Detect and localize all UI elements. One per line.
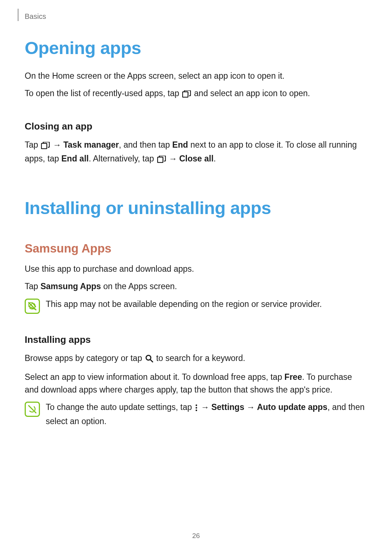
note-text: To change the auto update settings, tap … [46, 401, 367, 427]
note-icon [25, 299, 40, 314]
text-segment: . [213, 154, 216, 163]
label-free: Free [285, 372, 302, 382]
search-icon [145, 353, 153, 366]
section-label: Basics [25, 11, 46, 22]
label-end: End [172, 140, 188, 149]
text-segment: To open the list of recently-used apps, … [25, 89, 181, 98]
label-task-manager: Task manager [63, 140, 119, 149]
label-auto-update-apps: Auto update apps [257, 402, 327, 412]
text-segment: . Alternatively, tap [89, 154, 156, 163]
paragraph-closing: Tap →Task manager, and then tap End next… [25, 139, 367, 167]
svg-rect-1 [41, 143, 47, 149]
arrow-icon: → [201, 402, 209, 412]
heading-opening-apps: Opening apps [25, 35, 367, 62]
paragraph-opening-1: On the Home screen or the Apps screen, s… [25, 70, 367, 82]
label-settings: Settings [211, 402, 244, 412]
text-segment: to search for a keyword. [154, 353, 245, 363]
arrow-icon: → [53, 140, 61, 149]
header-divider [17, 9, 19, 21]
paragraph-samsung-1: Use this app to purchase and download ap… [25, 263, 367, 275]
paragraph-opening-2: To open the list of recently-used apps, … [25, 87, 367, 101]
text-segment: Browse apps by category or tap [25, 353, 144, 363]
page-content: Opening apps On the Home screen or the A… [25, 35, 367, 433]
page-number: 26 [0, 531, 392, 541]
paragraph-samsung-2: Tap Samsung Apps on the Apps screen. [25, 280, 367, 293]
svg-rect-0 [183, 92, 188, 97]
label-end-all: End all [61, 154, 89, 163]
note-text: This app may not be available depending … [46, 298, 367, 311]
note-block: This app may not be available depending … [25, 298, 367, 314]
heading-installing-uninstalling: Installing or uninstalling apps [25, 195, 367, 222]
text-segment: Tap [25, 282, 40, 291]
text-segment: on the Apps screen. [101, 282, 177, 291]
svg-line-4 [150, 360, 153, 362]
note-icon [25, 402, 40, 417]
recent-apps-icon [157, 154, 166, 167]
text-segment: To change the auto update settings, tap [46, 402, 194, 412]
label-close-all: Close all [179, 154, 214, 163]
text-segment: Select an app to view information about … [25, 372, 285, 382]
arrow-icon: → [246, 402, 255, 412]
paragraph-install-2: Select an app to view information about … [25, 371, 367, 396]
heading-samsung-apps: Samsung Apps [25, 239, 367, 258]
recent-apps-icon [41, 140, 50, 153]
text-segment: and select an app icon to open. [192, 89, 310, 98]
svg-point-6 [196, 407, 197, 409]
svg-point-5 [196, 405, 197, 406]
recent-apps-icon [182, 89, 191, 101]
note-block: To change the auto update settings, tap … [25, 401, 367, 427]
text-segment: , and then tap [119, 140, 172, 149]
heading-installing-apps: Installing apps [25, 333, 367, 347]
svg-point-7 [196, 410, 197, 411]
label-samsung-apps: Samsung Apps [40, 282, 101, 291]
more-options-icon [195, 402, 198, 415]
heading-closing-an-app: Closing an app [25, 119, 367, 134]
arrow-icon: → [169, 154, 177, 163]
text-segment: Tap [25, 140, 40, 149]
paragraph-install-1: Browse apps by category or tap to search… [25, 352, 367, 366]
svg-rect-2 [158, 157, 163, 163]
